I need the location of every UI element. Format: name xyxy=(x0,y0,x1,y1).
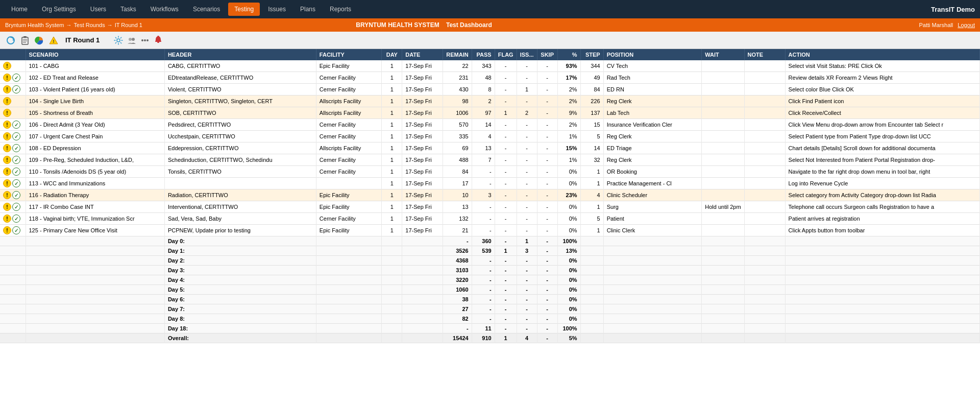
summary-action xyxy=(785,314,979,324)
cell-action: Click Receive/Collect xyxy=(785,107,979,119)
check-row-icon[interactable]: ✓ xyxy=(12,144,20,152)
check-row-icon[interactable]: ✓ xyxy=(12,191,20,199)
cell-note xyxy=(744,60,785,72)
nav-testing[interactable]: Testing xyxy=(228,3,260,16)
cell-pass: 2 xyxy=(472,96,495,107)
cell-day: 1 xyxy=(382,201,402,213)
nav-tasks[interactable]: Tasks xyxy=(114,3,142,16)
warning-row-icon[interactable]: ! xyxy=(3,85,11,93)
summary-scenario xyxy=(26,266,164,275)
summary-day xyxy=(382,236,402,246)
breadcrumb-system[interactable]: Bryntum Health System xyxy=(5,22,64,28)
warning-row-icon[interactable]: ! xyxy=(3,62,11,70)
summary-row: Overall:1542491014-5% xyxy=(0,333,980,343)
summary-iss: 4 xyxy=(517,333,537,343)
summary-label: Day 1: xyxy=(164,246,316,256)
table-row[interactable]: !✓107 - Urgent Care Chest PainUcchestpai… xyxy=(0,131,980,142)
warning-row-icon[interactable]: ! xyxy=(3,179,11,187)
warning-row-icon[interactable]: ! xyxy=(3,97,11,105)
summary-label: Day 18: xyxy=(164,324,316,333)
breadcrumb-rounds[interactable]: Test Rounds xyxy=(74,22,105,28)
col-header-scenario: SCENARIO xyxy=(26,49,164,60)
cell-action: Click Appts button from toolbar xyxy=(785,225,979,236)
table-row[interactable]: !✓103 - Violent Patient (16 years old)Vi… xyxy=(0,84,980,96)
nav-scenarios[interactable]: Scenarios xyxy=(187,3,226,16)
check-row-icon[interactable]: ✓ xyxy=(12,179,20,187)
summary-skip: - xyxy=(537,256,557,266)
dots-icon[interactable] xyxy=(139,35,151,46)
row-icons: ! xyxy=(0,96,26,107)
col-header-facility: FACILITY xyxy=(316,49,381,60)
svg-rect-3 xyxy=(23,36,27,38)
table-row[interactable]: !✓118 - Vaginal birth; VTE, Immunization… xyxy=(0,213,980,225)
breadcrumb-round[interactable]: IT Round 1 xyxy=(115,22,142,28)
check-row-icon[interactable]: ✓ xyxy=(12,226,20,234)
check-row-icon[interactable]: ✓ xyxy=(12,168,20,176)
cell-step: 5 xyxy=(580,213,603,225)
warning-row-icon[interactable]: ! xyxy=(3,144,11,152)
cell-pass: 343 xyxy=(472,60,495,72)
breadcrumb-logout[interactable]: Logout xyxy=(958,22,975,28)
nav-workflows[interactable]: Workflows xyxy=(144,3,185,16)
table-row[interactable]: !✓116 - Radiation TherapyRadiation, CERT… xyxy=(0,189,980,201)
table-row[interactable]: !✓102 - ED Treat and ReleaseEDtreatandRe… xyxy=(0,72,980,84)
table-row[interactable]: !✓113 - WCC and Immunizations117-Sep Fri… xyxy=(0,178,980,189)
summary-pass: - xyxy=(472,314,495,324)
warning-row-icon[interactable]: ! xyxy=(3,203,11,211)
summary-pct: 0% xyxy=(557,256,580,266)
warning-row-icon[interactable]: ! xyxy=(3,191,11,199)
summary-pct: 100% xyxy=(557,236,580,246)
bell-icon[interactable] xyxy=(153,35,164,46)
table-row[interactable]: !✓110 - Tonsils /Adenoids DS (5 year old… xyxy=(0,166,980,178)
check-row-icon[interactable]: ✓ xyxy=(12,132,20,140)
nav-users[interactable]: Users xyxy=(84,3,112,16)
nav-home[interactable]: Home xyxy=(5,3,34,16)
check-row-icon[interactable]: ✓ xyxy=(12,156,20,164)
nav-issues[interactable]: Issues xyxy=(262,3,292,16)
warning-row-icon[interactable]: ! xyxy=(3,121,11,129)
warning-row-icon[interactable]: ! xyxy=(3,109,11,117)
clipboard-icon[interactable] xyxy=(19,35,31,46)
check-row-icon[interactable]: ✓ xyxy=(12,121,20,129)
refresh-icon[interactable] xyxy=(5,35,16,46)
group-icon[interactable] xyxy=(126,35,137,46)
table-row[interactable]: !✓125 - Primary Care New Office VisitPCP… xyxy=(0,225,980,236)
check-row-icon[interactable]: ✓ xyxy=(12,74,20,82)
svg-point-14 xyxy=(146,39,149,41)
warning-icon[interactable]: ! xyxy=(48,35,59,46)
warning-row-icon[interactable]: ! xyxy=(3,156,11,164)
table-row[interactable]: !✓106 - Direct Admit (3 Year Old)Pedsdir… xyxy=(0,119,980,131)
warning-row-icon[interactable]: ! xyxy=(3,226,11,234)
cell-pct: 0% xyxy=(557,213,580,225)
nav-reports[interactable]: Reports xyxy=(324,3,357,16)
table-row[interactable]: !105 - Shortness of BreathSOB, CERTITTWO… xyxy=(0,107,980,119)
check-row-icon[interactable]: ✓ xyxy=(12,215,20,223)
table-row[interactable]: !104 - Single Live BirthSingleton, CERTI… xyxy=(0,96,980,107)
cell-facility: Cerner Facility xyxy=(316,131,381,142)
cell-iss: 1 xyxy=(517,84,537,96)
warning-row-icon[interactable]: ! xyxy=(3,74,11,82)
warning-row-icon[interactable]: ! xyxy=(3,168,11,176)
warning-row-icon[interactable]: ! xyxy=(3,132,11,140)
table-row[interactable]: !✓108 - ED DepressionEddepression, CERTI… xyxy=(0,142,980,154)
table-row[interactable]: !✓117 - IR Combo Case INTInterventional,… xyxy=(0,201,980,213)
table-row[interactable]: !✓109 - Pre-Reg, Scheduled Induction, L&… xyxy=(0,154,980,166)
cell-date: 17-Sep Fri xyxy=(402,60,443,72)
nav-plans[interactable]: Plans xyxy=(294,3,322,16)
nav-org-settings[interactable]: Org Settings xyxy=(36,3,82,16)
cell-pass: - xyxy=(472,213,495,225)
cell-pct: 9% xyxy=(557,107,580,119)
table-row[interactable]: !101 - CABGCABG, CERTITTWOEpic Facility1… xyxy=(0,60,980,72)
summary-iss: - xyxy=(517,285,537,295)
summary-skip: - xyxy=(537,324,557,333)
settings-icon[interactable] xyxy=(113,35,124,46)
warning-row-icon[interactable]: ! xyxy=(3,215,11,223)
pie-chart-icon[interactable] xyxy=(34,35,45,46)
summary-scenario xyxy=(26,314,164,324)
check-row-icon[interactable]: ✓ xyxy=(12,203,20,211)
summary-step xyxy=(580,295,603,304)
summary-flag: - xyxy=(495,266,517,275)
check-row-icon[interactable]: ✓ xyxy=(12,85,20,93)
summary-day xyxy=(382,256,402,266)
summary-note xyxy=(744,285,785,295)
